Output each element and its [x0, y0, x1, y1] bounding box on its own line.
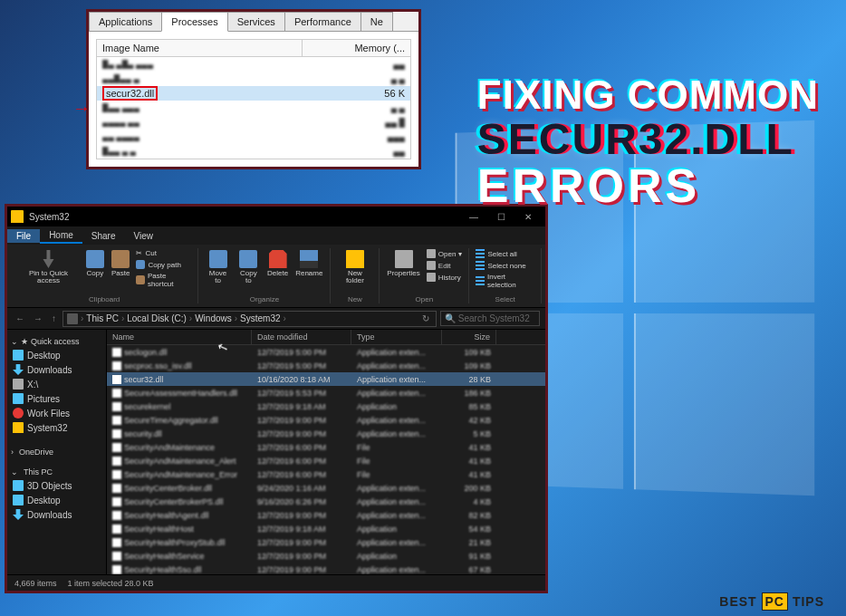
sidebar-item-desktop-pc[interactable]: Desktop: [7, 493, 106, 507]
nav-forward-button[interactable]: →: [31, 313, 45, 323]
file-row[interactable]: seclogon.dll12/7/2019 5:00 PMApplication…: [107, 345, 545, 359]
tab-performance[interactable]: Performance: [284, 12, 361, 31]
sidebar-item-desktop[interactable]: Desktop: [7, 348, 106, 362]
crumb-local-disk[interactable]: Local Disk (C:): [127, 313, 187, 323]
col-image-name[interactable]: Image Name: [97, 40, 303, 56]
file-row[interactable]: SecurityAndMaintenance_Error12/7/2019 6:…: [107, 467, 545, 481]
minimize-button[interactable]: —: [460, 212, 487, 222]
file-row[interactable]: SecurityHealthHost12/7/2019 9:18 AMAppli…: [107, 522, 545, 535]
crumb-windows[interactable]: Windows: [195, 313, 232, 323]
process-row[interactable]: ▄▄█▄▄ ▄▄ ▄: [97, 72, 410, 86]
headline-line3: ERRORS: [477, 159, 819, 213]
tab-services[interactable]: Services: [227, 12, 285, 31]
file-row[interactable]: SecurityHealthAgent.dll12/7/2019 9:00 PM…: [107, 508, 545, 522]
copy-to-button[interactable]: Copy to: [236, 248, 262, 286]
close-button[interactable]: ✕: [514, 212, 542, 222]
file-icon: [112, 443, 121, 452]
drive-icon: [13, 379, 24, 390]
folder-icon: [11, 210, 24, 223]
sidebar-item-3d-objects[interactable]: 3D Objects: [7, 478, 106, 493]
process-row-secur32[interactable]: secur32.dll 56 K: [97, 86, 410, 101]
select-all-button[interactable]: Select all: [475, 248, 535, 259]
headline-line2: SECUR32.DLL: [477, 114, 819, 164]
delete-button[interactable]: Delete: [265, 248, 290, 279]
copy-icon: [86, 250, 104, 268]
file-row[interactable]: SecurityCenterBroker.dll9/24/2020 1:16 A…: [107, 481, 545, 495]
col-size[interactable]: Size: [442, 330, 496, 344]
new-folder-button[interactable]: New folder: [336, 248, 373, 286]
ribbon-tab-file[interactable]: File: [7, 229, 40, 243]
paste-button[interactable]: Paste: [110, 248, 131, 279]
file-row[interactable]: secproc.sso_isv.dll12/7/2019 5:00 PMAppl…: [107, 359, 545, 372]
ribbon-tab-home[interactable]: Home: [40, 228, 82, 244]
new-folder-icon: [346, 250, 364, 268]
col-memory[interactable]: Memory (...: [303, 40, 410, 56]
copy-button[interactable]: Copy: [84, 248, 106, 279]
nav-back-button[interactable]: ←: [13, 313, 27, 323]
sidebar-item-downloads-pc[interactable]: Downloads: [7, 507, 106, 522]
tab-applications[interactable]: Applications: [89, 12, 162, 31]
properties-icon: [395, 250, 413, 268]
file-row[interactable]: SecureAssessmentHandlers.dll12/7/2019 5:…: [107, 386, 545, 399]
downloads-icon: [13, 509, 24, 520]
sidebar-item-downloads[interactable]: Downloads: [7, 362, 106, 377]
file-row[interactable]: SecurityCenterBrokerPS.dll9/16/2020 6:26…: [107, 495, 545, 508]
sidebar-item-drive[interactable]: X:\: [7, 377, 106, 391]
highlight-arrow-icon: →: [72, 98, 91, 119]
ribbon-tab-share[interactable]: Share: [82, 229, 125, 243]
ribbon-tab-view[interactable]: View: [125, 229, 163, 243]
file-row[interactable]: SecurityAndMaintenance_Alert12/7/2019 6:…: [107, 454, 545, 467]
file-row[interactable]: SecurityHealthProxyStub.dll12/7/2019 9:0…: [107, 535, 545, 549]
tab-networking[interactable]: Ne: [361, 12, 393, 31]
rename-button[interactable]: Rename: [293, 248, 324, 279]
file-row[interactable]: SecurityHealthSso.dll12/7/2019 9:00 PMAp…: [107, 563, 545, 574]
sidebar-item-workfiles[interactable]: Work Files: [7, 406, 106, 420]
file-row[interactable]: secur32.dll10/16/2020 8:18 AMApplication…: [107, 372, 545, 386]
file-row[interactable]: securekernel12/7/2019 9:18 AMApplication…: [107, 399, 545, 413]
process-row[interactable]: ▄▄▄▄ ▄▄▄▄ █: [97, 115, 410, 130]
properties-button[interactable]: Properties: [385, 248, 421, 279]
process-row[interactable]: █▄▄ ▄ ▄▄▄: [97, 144, 410, 159]
file-row[interactable]: security.dll12/7/2019 9:00 PMApplication…: [107, 427, 545, 440]
sidebar-onedrive[interactable]: › OneDrive: [7, 444, 106, 458]
paste-shortcut-button[interactable]: Paste shortcut: [135, 271, 192, 289]
file-icon: [112, 538, 121, 547]
col-type[interactable]: Type: [351, 330, 442, 344]
history-button[interactable]: History: [426, 272, 464, 283]
move-to-button[interactable]: Move to: [204, 248, 231, 286]
process-row[interactable]: █▄▄ ▄▄▄▄ ▄: [97, 101, 410, 115]
file-list-header: Name Date modified Type Size: [107, 330, 545, 345]
file-icon: [112, 470, 121, 479]
file-row[interactable]: SecureTimeAggregator.dll12/7/2019 9:00 P…: [107, 413, 545, 427]
copy-path-button[interactable]: Copy path: [135, 259, 192, 270]
invert-selection-button[interactable]: Invert selection: [475, 272, 535, 290]
sidebar-item-system32[interactable]: System32: [7, 420, 106, 435]
sidebar-quick-access[interactable]: ⌄★ Quick access: [7, 333, 106, 348]
tab-processes[interactable]: Processes: [161, 12, 227, 32]
col-name[interactable]: Name: [107, 330, 252, 344]
select-none-button[interactable]: Select none: [475, 260, 535, 271]
edit-button[interactable]: Edit: [426, 260, 464, 271]
cut-button[interactable]: ✂Cut: [135, 248, 192, 258]
status-item-count: 4,669 items: [14, 579, 57, 588]
downloads-icon: [13, 364, 24, 375]
sidebar-item-pictures[interactable]: Pictures: [7, 391, 106, 406]
nav-up-button[interactable]: ↑: [49, 313, 59, 323]
copy-to-icon: [239, 250, 257, 268]
file-row[interactable]: SecurityHealthService12/7/2019 9:00 PMAp…: [107, 549, 545, 563]
refresh-button[interactable]: ↻: [419, 313, 432, 323]
file-row[interactable]: SecurityAndMaintenance12/7/2019 6:00 PMF…: [107, 440, 545, 454]
search-input[interactable]: 🔍 Search System32: [440, 311, 540, 326]
open-button[interactable]: Open ▾: [426, 248, 464, 259]
pin-button[interactable]: Pin to Quick access: [16, 248, 81, 286]
crumb-system32[interactable]: System32: [240, 313, 280, 323]
process-row[interactable]: █▄ ▄█▄ ▄▄▄▄▄: [97, 57, 410, 72]
maximize-button[interactable]: ☐: [487, 212, 514, 222]
explorer-titlebar[interactable]: System32 — ☐ ✕: [7, 207, 545, 226]
col-date[interactable]: Date modified: [252, 330, 351, 344]
process-row[interactable]: ▄▄ ▄▄▄▄▄▄▄: [97, 130, 410, 144]
breadcrumb[interactable]: › This PC › Local Disk (C:) › Windows › …: [62, 311, 437, 327]
sidebar-this-pc[interactable]: ⌄ This PC: [7, 464, 106, 478]
file-icon: [112, 375, 121, 384]
crumb-this-pc[interactable]: This PC: [86, 313, 119, 323]
